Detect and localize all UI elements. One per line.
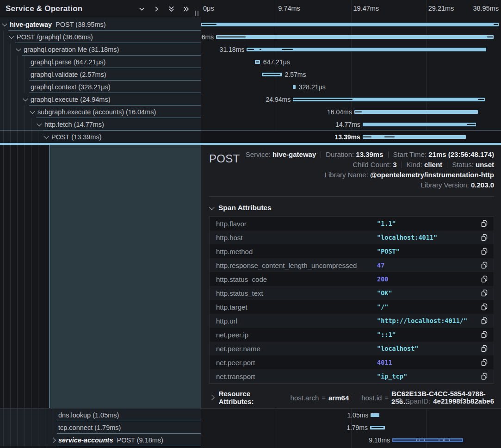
copy-icon[interactable] xyxy=(481,303,488,311)
copy-icon[interactable] xyxy=(481,317,488,324)
span-name-cell[interactable]: subgraph.execute (accounts) (16.04ms) xyxy=(0,106,201,118)
span-row[interactable]: hive-gatewayPOST (38.95ms)38.95ms xyxy=(0,18,501,31)
span-row[interactable]: dns.lookup (1.05ms)1.05ms xyxy=(0,409,501,421)
span-duration-bar[interactable] xyxy=(255,60,260,64)
copy-icon[interactable] xyxy=(481,261,488,269)
span-timeline-cell[interactable]: 36.06ms xyxy=(201,31,501,43)
span-duration-bar[interactable] xyxy=(363,123,476,126)
chevron-down-icon[interactable] xyxy=(43,133,49,138)
span-duration-bar[interactable] xyxy=(247,48,486,51)
attribute-row[interactable]: net.peer.name"localhost" xyxy=(210,342,494,355)
span-duration-label: 24.94ms xyxy=(266,96,291,103)
chevron-down-icon[interactable] xyxy=(138,6,145,12)
span-row[interactable]: POST /graphql (36.06ms)36.06ms xyxy=(0,31,501,43)
span-row[interactable]: graphql.validate (2.57ms)2.57ms xyxy=(0,68,501,81)
chevron-down-icon[interactable] xyxy=(37,121,42,126)
attribute-row[interactable]: http.method"POST" xyxy=(210,244,494,258)
span-row[interactable]: graphql.parse (647.21μs)647.21μs xyxy=(0,56,501,68)
chevron-down-icon[interactable] xyxy=(9,33,14,38)
indent-guide xyxy=(24,81,25,93)
span-name-cell[interactable]: dns.lookup (1.05ms) xyxy=(0,409,201,421)
span-duration-bar[interactable] xyxy=(392,438,463,442)
indent-guide xyxy=(31,145,31,408)
span-row[interactable]: graphql.context (328.21μs)328.21μs xyxy=(0,81,501,93)
attribute-row[interactable]: http.url"http://localhost:4011/" xyxy=(210,314,494,328)
span-timeline-cell[interactable]: 14.77ms xyxy=(201,118,501,131)
indent-guide xyxy=(17,68,18,81)
indent-guide xyxy=(52,421,52,434)
span-timeline-cell[interactable]: 9.18ms xyxy=(201,434,501,446)
chevron-right-icon[interactable] xyxy=(153,6,160,12)
span-row[interactable]: http.fetch (14.77ms)14.77ms xyxy=(0,118,501,131)
span-duration-bar[interactable] xyxy=(354,110,478,114)
span-duration-bar[interactable] xyxy=(262,73,281,76)
span-row[interactable]: graphql.execute (24.94ms)24.94ms xyxy=(0,93,501,106)
span-row[interactable]: graphql.operation Me (31.18ms)31.18ms xyxy=(0,43,501,56)
copy-icon[interactable] xyxy=(481,373,488,380)
copy-icon[interactable] xyxy=(481,359,488,366)
span-name-cell[interactable]: graphql.validate (2.57ms) xyxy=(0,68,201,81)
span-timeline-cell[interactable]: 38.95ms xyxy=(201,18,501,31)
span-name-cell[interactable]: POST (13.39ms) xyxy=(0,131,201,143)
row-underline xyxy=(57,446,201,446)
span-timeline-cell[interactable]: 2.57ms xyxy=(201,68,501,81)
span-timeline-cell[interactable]: 24.94ms xyxy=(201,93,501,106)
span-timeline-cell[interactable]: 647.21μs xyxy=(201,56,501,68)
span-name-cell[interactable]: graphql.parse (647.21μs) xyxy=(0,56,201,68)
double-chevron-down-icon[interactable] xyxy=(168,6,175,12)
span-timeline-cell[interactable]: 13.39ms xyxy=(201,131,501,143)
chevron-down-icon[interactable] xyxy=(23,96,28,101)
copy-icon[interactable] xyxy=(481,289,488,297)
span-row[interactable]: service-accountsPOST (9.18ms)9.18ms xyxy=(0,434,501,446)
attribute-row[interactable]: http.status_text"OK" xyxy=(210,286,494,300)
span-row[interactable]: subgraph.execute (accounts) (16.04ms)16.… xyxy=(0,106,501,118)
link-icon[interactable] xyxy=(395,398,402,404)
attribute-row[interactable]: http.status_code200 xyxy=(210,272,494,286)
span-duration-bar[interactable] xyxy=(201,23,499,26)
span-timeline-cell[interactable]: 328.21μs xyxy=(201,81,501,93)
span-name-cell[interactable]: graphql.execute (24.94ms) xyxy=(0,93,201,106)
attribute-row[interactable]: net.peer.port4011 xyxy=(210,355,494,369)
chevron-right-icon[interactable] xyxy=(50,437,56,442)
span-timeline-cell[interactable]: 16.04ms xyxy=(201,106,501,118)
span-name-cell[interactable]: http.fetch (14.77ms) xyxy=(0,118,201,131)
copy-icon[interactable] xyxy=(481,234,488,241)
attribute-row[interactable]: http.response_content_length_uncompresse… xyxy=(210,258,494,272)
span-duration-bar[interactable] xyxy=(216,35,494,39)
attribute-row[interactable]: http.flavor"1.1" xyxy=(210,217,494,230)
copy-icon[interactable] xyxy=(481,345,488,352)
span-timeline-cell[interactable]: 31.18ms xyxy=(201,43,501,56)
attribute-row[interactable]: net.transport"ip_tcp" xyxy=(210,369,494,383)
span-name-cell[interactable]: service-accountsPOST (9.18ms) xyxy=(0,434,201,446)
span-name-cell[interactable]: graphql.operation Me (31.18ms) xyxy=(0,43,201,56)
span-name-cell[interactable]: tcp.connect (1.79ms) xyxy=(0,421,201,434)
copy-icon[interactable] xyxy=(481,275,488,283)
chevron-down-icon[interactable] xyxy=(2,21,7,26)
chevron-down-icon[interactable] xyxy=(30,108,35,113)
span-timeline-cell[interactable]: 1.05ms xyxy=(201,409,501,421)
span-duration-bar[interactable] xyxy=(293,85,296,89)
span-duration-bar[interactable] xyxy=(293,98,485,101)
span-name-cell[interactable]: hive-gatewayPOST (38.95ms) xyxy=(0,18,201,31)
copy-icon[interactable] xyxy=(481,248,488,255)
chevron-down-icon[interactable] xyxy=(16,46,21,51)
span-duration-bar[interactable] xyxy=(370,426,385,429)
operation-name: POST /graphql (36.06ms) xyxy=(17,33,93,41)
span-attributes-toggle[interactable]: Span Attributes xyxy=(210,204,494,212)
span-name-cell[interactable]: graphql.context (328.21μs) xyxy=(0,81,201,93)
span-row[interactable]: tcp.connect (1.79ms)1.79ms xyxy=(0,421,501,434)
column-resizer-grip[interactable] xyxy=(195,11,198,16)
indent-guide xyxy=(24,421,25,434)
attribute-row[interactable]: http.target"/" xyxy=(210,300,494,314)
span-row[interactable]: POST (13.39ms)13.39ms xyxy=(0,131,501,143)
attribute-row[interactable]: http.host"localhost:4011" xyxy=(210,230,494,244)
indent-guide xyxy=(3,93,4,106)
copy-icon[interactable] xyxy=(481,331,488,338)
span-timeline-cell[interactable]: 1.79ms xyxy=(201,421,501,434)
span-name-cell[interactable]: POST /graphql (36.06ms) xyxy=(0,31,201,43)
attribute-row[interactable]: net.peer.ip"::1" xyxy=(210,328,494,342)
span-duration-bar[interactable] xyxy=(371,413,379,417)
double-chevron-right-icon[interactable] xyxy=(183,6,190,12)
copy-icon[interactable] xyxy=(481,220,488,227)
span-duration-bar[interactable] xyxy=(363,135,466,139)
